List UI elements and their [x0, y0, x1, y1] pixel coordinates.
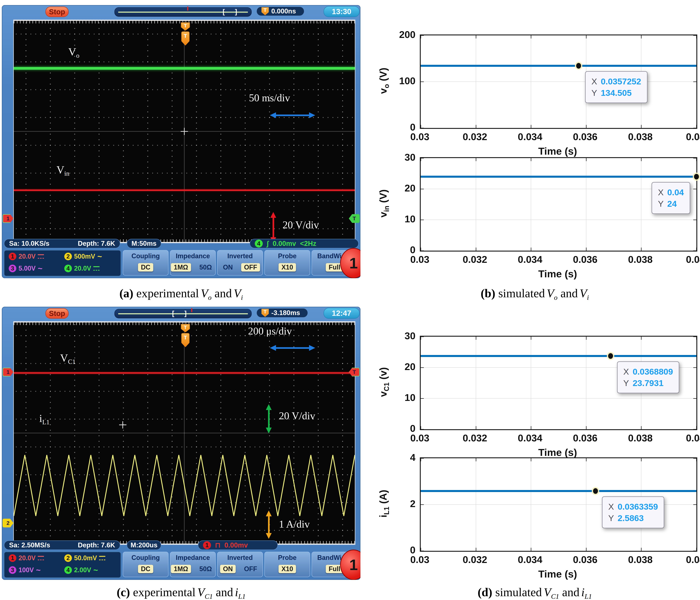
stop-button[interactable]: Stop: [45, 308, 69, 319]
trigger-channel-badge: 1: [203, 541, 211, 549]
channel-1-badge: 1: [9, 253, 16, 260]
acquisition-readout: Sa: 10.0KS/sDepth: 7.6K: [4, 239, 120, 248]
x-tick-label: 0.034: [508, 254, 552, 265]
x-tick: [586, 35, 586, 38]
trigger-readout: 1 ⊓ 0.00mv: [198, 541, 278, 550]
horizontal-position-bar[interactable]: [ ]: [115, 7, 252, 17]
plot-vc1: X0.0368809Y23.7931 vC1 (v) Time (s) 0.03…: [367, 335, 700, 463]
inverted-off-option[interactable]: OFF: [241, 263, 260, 271]
channel-2-badge: 2: [64, 554, 72, 562]
menu-impedance: Impedance 1MΩ 50Ω: [170, 552, 216, 577]
x-tick: [696, 125, 697, 128]
x-axis-label: Time (s): [420, 145, 696, 157]
inverted-off-option[interactable]: OFF: [241, 565, 260, 573]
x-tick-label: 0.038: [619, 254, 662, 265]
y-tick-label: 10: [370, 392, 416, 403]
y-tick: [693, 429, 696, 429]
impedance-1mohm-option[interactable]: 1MΩ: [171, 565, 191, 573]
impedance-50ohm-option[interactable]: 50Ω: [197, 263, 215, 271]
y-tick: [421, 128, 424, 128]
ac-coupling-icon: ~: [93, 567, 98, 573]
data-marker[interactable]: [608, 353, 613, 359]
channel-1-position-marker[interactable]: 1: [3, 368, 14, 376]
amp-div-arrow: [268, 516, 270, 534]
channel-settings-box: 1 20.0V 2 50.0mV 3 100V ~ 4 2.00V ~: [4, 552, 121, 578]
il1-trace: [14, 453, 355, 518]
x-tick-label: 0.036: [564, 254, 607, 265]
x-tick: [696, 35, 697, 38]
menu-title: Probe: [265, 554, 310, 562]
y-tick: [421, 504, 424, 505]
plot-il1: X0.0363359Y2.5863 iL1 (A) Time (s) 0.030…: [367, 457, 700, 584]
x-tick: [421, 247, 421, 251]
x-tick: [696, 337, 697, 340]
channel-2-readout: 2 50.0mV: [64, 554, 105, 562]
dc-coupling-icon: [93, 266, 100, 270]
timebase-readout: M:50ms: [127, 239, 161, 248]
channel-3-badge: 3: [9, 265, 16, 272]
coupling-dc-option[interactable]: DC: [138, 565, 153, 573]
x-tick-label: 0.034: [508, 131, 552, 142]
timebase-readout: M:200us: [127, 541, 161, 550]
channel-1-position-marker[interactable]: 1: [3, 214, 14, 223]
y-tick: [421, 458, 424, 459]
x-tick: [421, 158, 421, 161]
horizontal-position-bar[interactable]: [ ]: [115, 309, 252, 318]
x-tick: [641, 548, 642, 551]
x-tick-label: 0.032: [453, 554, 497, 565]
x-tick-label: 0.038: [619, 554, 662, 565]
dc-coupling-icon: [99, 556, 105, 560]
probe-x10-option[interactable]: X10: [279, 263, 296, 271]
trigger-time-readout: T -3.180ms: [256, 308, 308, 318]
channel-2-position-marker[interactable]: 2: [3, 519, 14, 527]
record-bar: [118, 11, 248, 13]
probe-x10-option[interactable]: X10: [279, 565, 296, 573]
stop-button[interactable]: Stop: [45, 6, 69, 17]
gridline-x: [476, 158, 476, 251]
record-bar: [118, 313, 248, 314]
y-tick: [693, 337, 696, 337]
x-tick-label: 0.034: [508, 432, 552, 444]
acquisition-readout: Sa: 2.50MS/sDepth: 7.6K: [4, 541, 120, 550]
datatip[interactable]: X0.0368809Y23.7931: [617, 361, 679, 393]
data-marker[interactable]: [576, 63, 581, 69]
channel-1-badge: 1: [9, 554, 16, 562]
inverted-on-option[interactable]: ON: [220, 263, 236, 271]
channel-3-readout: 3 5.00V ~: [9, 265, 43, 272]
x-tick-label: 0.036: [564, 432, 607, 444]
x-tick: [476, 548, 476, 551]
reference-reticle: [119, 421, 126, 428]
trigger-position-marker[interactable]: T T: [181, 22, 190, 46]
coupling-dc-option[interactable]: DC: [138, 263, 153, 271]
x-tick-label: 0.036: [564, 131, 607, 142]
channel-4-readout: 4 2.00V ~: [64, 566, 98, 574]
y-tick: [421, 367, 424, 368]
x-tick: [476, 426, 476, 429]
x-tick: [586, 458, 586, 461]
status-bar-c: Sa: 2.50MS/sDepth: 7.6K M:200us 1 ⊓ 0.00…: [2, 540, 360, 580]
datatip[interactable]: X0.0357252Y134.505: [585, 71, 648, 103]
x-tick: [421, 426, 421, 429]
impedance-50ohm-option[interactable]: 50Ω: [197, 565, 215, 573]
impedance-1mohm-option[interactable]: 1MΩ: [171, 263, 191, 271]
trigger-position-marker[interactable]: T T: [181, 324, 190, 347]
gridline-x: [641, 158, 641, 251]
y-tick: [693, 189, 696, 189]
x-tick: [641, 35, 642, 38]
inverted-on-option[interactable]: ON: [220, 565, 236, 573]
menu-probe: Probe X10: [265, 250, 310, 276]
trigger-position-tick: [187, 6, 188, 10]
data-marker[interactable]: [593, 488, 598, 494]
y-tick: [421, 551, 424, 551]
y-tick: [693, 504, 696, 505]
datatip[interactable]: X0.0363359Y2.5863: [602, 496, 665, 528]
scope-screen-c: T T 200 μs/div VC1 20 V/div iL1 1 A/div: [13, 321, 355, 545]
ac-coupling-icon: ~: [36, 567, 41, 573]
y-tick-label: 10: [370, 213, 416, 225]
menu-impedance: Impedance 1MΩ 50Ω: [170, 250, 216, 276]
data-marker[interactable]: [694, 174, 699, 180]
time-div-arrow: [275, 114, 310, 116]
view-bracket-left: [: [172, 310, 174, 317]
datatip[interactable]: X0.04Y24: [651, 182, 690, 214]
view-bracket-right: ]: [235, 8, 237, 16]
